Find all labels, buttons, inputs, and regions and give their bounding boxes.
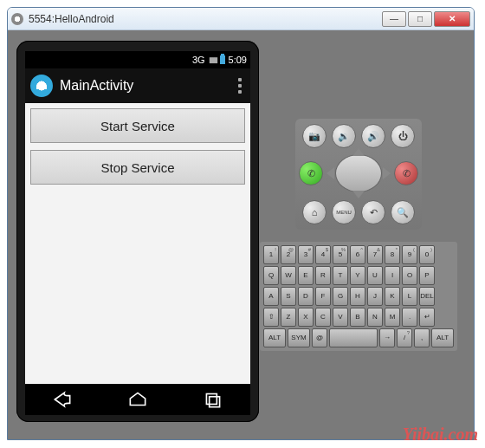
hw-back-button[interactable]: ↶ xyxy=(361,200,385,224)
key-ALT[interactable]: ALT xyxy=(263,328,286,347)
key-ALT[interactable]: ALT xyxy=(431,328,454,347)
android-navbar xyxy=(25,384,250,415)
key-K[interactable]: K xyxy=(385,287,400,306)
overflow-menu-icon[interactable] xyxy=(238,78,245,94)
key-9[interactable]: 9( xyxy=(402,245,417,264)
hardware-controls: 📷 🔉 🔊 ⏻ ✆ ✆ ⌂ xyxy=(295,119,422,230)
action-bar: MainActivity xyxy=(25,68,250,103)
power-button[interactable]: ⏻ xyxy=(391,124,415,148)
key-Y[interactable]: Y xyxy=(350,266,365,285)
key-B[interactable]: B xyxy=(350,308,365,327)
key-,[interactable]: , xyxy=(414,328,430,347)
android-statusbar: 3G ▮▮▮ 5:09 xyxy=(25,51,250,68)
dpad-up[interactable] xyxy=(352,148,365,156)
emulator-side-panel: 📷 🔉 🔊 ⏻ ✆ ✆ ⌂ xyxy=(259,41,458,439)
dpad xyxy=(328,152,389,195)
key-⇧[interactable]: ⇧ xyxy=(263,308,279,327)
home-icon[interactable] xyxy=(126,388,149,411)
key-/[interactable]: /? xyxy=(397,328,412,347)
app-logo-icon xyxy=(30,75,53,97)
svg-rect-0 xyxy=(206,394,217,405)
hw-home-button[interactable]: ⌂ xyxy=(302,200,327,224)
key-N[interactable]: N xyxy=(367,308,383,327)
call-button[interactable]: ✆ xyxy=(299,161,323,185)
recent-icon[interactable] xyxy=(202,388,224,411)
signal-icon: ▮▮▮ xyxy=(209,55,217,64)
activity-title: MainActivity xyxy=(60,78,133,94)
end-call-button[interactable]: ✆ xyxy=(394,161,418,185)
key-R[interactable]: R xyxy=(315,266,331,285)
dpad-down[interactable] xyxy=(352,191,365,198)
start-service-button[interactable]: Start Service xyxy=(30,108,245,143)
key-.[interactable]: . xyxy=(402,308,417,327)
key-↵[interactable]: ↵ xyxy=(419,308,435,327)
key-0[interactable]: 0) xyxy=(419,245,435,264)
key-G[interactable]: G xyxy=(333,287,348,306)
key-M[interactable]: M xyxy=(385,308,400,327)
key-O[interactable]: O xyxy=(402,266,417,285)
hardware-keyboard: 1!2@3#4$5%6^7&8*9(0) QWERTYUIOP ASDFGHJK… xyxy=(260,242,457,351)
dpad-center[interactable] xyxy=(335,154,382,192)
device-frame: 3G ▮▮▮ 5:09 MainActivity Start Service S… xyxy=(16,41,259,422)
key-@[interactable]: @ xyxy=(312,328,327,347)
key-V[interactable]: V xyxy=(333,308,348,327)
window-titlebar[interactable]: 5554:HelloAndroid — □ ✕ xyxy=(8,8,474,30)
key-6[interactable]: 6^ xyxy=(350,245,365,264)
close-button[interactable]: ✕ xyxy=(434,11,470,27)
key-C[interactable]: C xyxy=(315,308,331,327)
key-Q[interactable]: Q xyxy=(263,266,279,285)
key-A[interactable]: A xyxy=(263,287,279,306)
key-L[interactable]: L xyxy=(402,287,417,306)
key-2[interactable]: 2@ xyxy=(281,245,296,264)
key-F[interactable]: F xyxy=(315,287,331,306)
key-D[interactable]: D xyxy=(298,287,314,306)
battery-icon xyxy=(220,55,225,64)
activity-content: Start Service Stop Service xyxy=(25,103,250,384)
key-Z[interactable]: Z xyxy=(281,308,296,327)
key-I[interactable]: I xyxy=(385,266,400,285)
key-P[interactable]: P xyxy=(419,266,435,285)
key-7[interactable]: 7& xyxy=(367,245,383,264)
key-3[interactable]: 3# xyxy=(298,245,314,264)
emulator-body: 3G ▮▮▮ 5:09 MainActivity Start Service S… xyxy=(8,30,474,439)
key-U[interactable]: U xyxy=(367,266,383,285)
camera-button[interactable]: 📷 xyxy=(302,124,327,148)
maximize-button[interactable]: □ xyxy=(408,11,432,27)
minimize-button[interactable]: — xyxy=(382,11,406,27)
key-W[interactable]: W xyxy=(281,266,296,285)
hw-menu-button[interactable]: MENU xyxy=(332,200,356,224)
svg-rect-1 xyxy=(209,397,219,407)
key-1[interactable]: 1! xyxy=(263,245,279,264)
key-H[interactable]: H xyxy=(350,287,365,306)
emulator-window: 5554:HelloAndroid — □ ✕ 3G ▮▮▮ 5:09 Main… xyxy=(7,7,475,440)
hw-search-button[interactable]: 🔍 xyxy=(391,200,415,224)
key-T[interactable]: T xyxy=(333,266,348,285)
key-8[interactable]: 8* xyxy=(385,245,400,264)
stop-service-button[interactable]: Stop Service xyxy=(30,150,245,185)
key-space[interactable] xyxy=(329,328,378,347)
key-SYM[interactable]: SYM xyxy=(288,328,310,347)
window-title: 5554:HelloAndroid xyxy=(29,13,114,25)
app-icon xyxy=(11,13,23,25)
volume-up-button[interactable]: 🔊 xyxy=(361,124,385,148)
dpad-right[interactable] xyxy=(383,167,391,179)
network-label: 3G xyxy=(192,55,205,65)
key-J[interactable]: J xyxy=(367,287,383,306)
volume-down-button[interactable]: 🔉 xyxy=(332,124,356,148)
dpad-left[interactable] xyxy=(327,167,334,179)
key-E[interactable]: E xyxy=(298,266,314,285)
key-X[interactable]: X xyxy=(298,308,314,327)
key-4[interactable]: 4$ xyxy=(315,245,331,264)
key-5[interactable]: 5% xyxy=(333,245,348,264)
back-icon[interactable] xyxy=(51,388,74,411)
key-→[interactable]: → xyxy=(379,328,395,347)
clock: 5:09 xyxy=(229,55,247,65)
key-DEL[interactable]: DEL xyxy=(419,287,435,306)
device-screen: 3G ▮▮▮ 5:09 MainActivity Start Service S… xyxy=(25,51,250,415)
watermark: Yiibai.com xyxy=(403,425,478,445)
key-S[interactable]: S xyxy=(281,287,296,306)
